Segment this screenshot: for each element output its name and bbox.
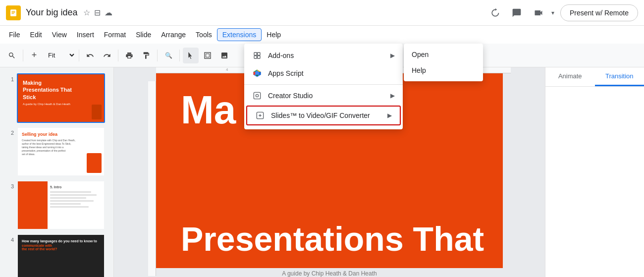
addons-icon [252,51,262,60]
slide-1-sub: A guide by Chip Heath & Dan Heath [23,103,99,106]
tab-animate[interactable]: Animate [545,67,595,86]
search-toolbar-btn[interactable] [4,48,20,63]
svg-rect-3 [11,13,14,13]
menu-arrange[interactable]: Arrange [156,29,191,41]
slide-item-4[interactable]: 4 How many languages do you need to know… [0,232,113,277]
svg-marker-13 [254,72,256,75]
menu-tools[interactable]: Tools [191,29,217,41]
slides-converter-arrow: ▶ [387,112,392,119]
comments-button[interactable] [508,4,526,22]
svg-marker-14 [259,72,261,75]
app-logo [6,5,21,20]
ext-apps-script-item[interactable]: Apps Script [244,64,403,82]
slide-thumbnail-2[interactable]: Selling your idea Created from template … [17,127,105,176]
svg-point-17 [256,94,258,97]
right-panel-tabs: Animate Transition [545,67,644,87]
menu-file[interactable]: File [4,29,25,41]
svg-rect-8 [254,56,257,58]
svg-rect-5 [206,54,210,57]
slide-number-4: 4 [4,234,14,243]
slide-number-1: 1 [4,73,14,82]
menu-insert[interactable]: Insert [72,29,99,41]
svg-rect-2 [11,12,15,12]
apps-script-icon [252,68,262,78]
apps-script-label: Apps Script [268,69,304,77]
svg-rect-16 [254,92,260,99]
camera-button[interactable] [530,4,547,22]
slide-2-image [87,153,102,173]
slide-thumbnail-1[interactable]: MakingPresentations ThatStick A guide by… [17,73,105,123]
tab-transition[interactable]: Transition [595,67,644,86]
menu-bar: File Edit View Insert Format Slide Arran… [0,26,644,44]
select-tool-btn[interactable] [183,48,199,63]
slides-converter-icon [255,111,265,120]
zoom-in-btn[interactable]: + [26,48,42,63]
separator-1 [23,50,23,61]
zoom-out-btn[interactable]: 🔍 [161,48,176,63]
separator-2 [79,50,79,61]
slide-panel: 1 MakingPresentations ThatStick A guide … [0,67,114,277]
menu-slide[interactable]: Slide [131,29,156,41]
slide-1-box [92,105,102,119]
slide-item-2[interactable]: 2 Selling your idea Created from templat… [0,125,113,178]
header-actions: ▾ Present w/ Remote [486,4,638,22]
ext-addons-item[interactable]: Add-ons ▶ [244,47,403,64]
creator-studio-label: Creator Studio [268,92,313,100]
canvas-presentations-text: Presentations That [181,220,484,258]
submenu-help[interactable]: Help [404,62,483,78]
slide-3-content: 5. Intro [50,185,102,209]
print-btn[interactable] [121,48,137,63]
svg-rect-7 [258,53,260,55]
ext-divider-1 [244,84,403,85]
present-remote-button[interactable]: Present w/ Remote [560,4,638,21]
slide-4-highlight: communicate withthe rest of the world? [22,244,100,251]
right-panel: Animate Transition [545,67,644,277]
title-bar: Your big idea ☆ ⊟ ☁ ▾ Present w/ Remote [0,0,644,26]
menu-edit[interactable]: Edit [25,29,47,41]
separator-4 [157,50,158,61]
frame-tool-btn[interactable] [200,48,215,63]
star-icon[interactable]: ☆ [83,8,90,17]
menu-extensions[interactable]: Extensions [217,28,262,41]
addons-arrow: ▶ [390,52,395,59]
creator-studio-arrow: ▶ [390,92,395,99]
submenu-open[interactable]: Open [404,47,483,62]
ext-slides-converter-item[interactable]: Slides™ to Video/GIF Converter ▶ [246,106,401,125]
menu-help[interactable]: Help [262,29,286,41]
folder-icon[interactable]: ⊟ [94,8,101,17]
undo-btn[interactable] [82,48,98,63]
slide-2-title: Selling your idea [22,132,100,137]
svg-rect-0 [10,9,16,16]
history-button[interactable] [486,4,504,22]
slide-number-2: 2 [4,127,14,136]
creator-studio-icon [252,91,262,101]
slide-3-orange-bar [18,181,48,229]
separator-5 [179,50,180,61]
canvas-text-ma: Ma [181,88,236,132]
menu-format[interactable]: Format [99,29,131,41]
menu-view[interactable]: View [47,29,72,41]
addons-label: Add-ons [268,52,294,59]
ruler-vertical [148,81,156,276]
svg-rect-4 [205,53,211,58]
slide-thumbnail-3[interactable]: 5. Intro [17,180,105,230]
cloud-icon[interactable]: ☁ [105,8,112,17]
slide-item-3[interactable]: 3 5. Intro [0,178,113,232]
ext-creator-studio-item[interactable]: Creator Studio ▶ [244,87,403,105]
slides-submenu: Open Help [404,44,483,81]
paint-format-btn[interactable] [138,48,154,63]
redo-btn[interactable] [99,48,115,63]
slide-1-title: MakingPresentations ThatStick [23,79,99,101]
slide-thumbnail-4[interactable]: How many languages do you need to know t… [17,234,105,277]
zoom-select[interactable]: Fit 50% 75% 100% 150% 200% [43,49,76,61]
image-tool-btn[interactable] [216,48,232,63]
separator-3 [118,50,118,61]
svg-rect-9 [258,56,260,58]
canvas-subtitle-hint: A guide by Chip Heath & Dan Heath [282,270,376,277]
extensions-dropdown: Add-ons ▶ Apps Script Creator Studio ▶ [244,44,403,129]
slides-converter-label: Slides™ to Video/GIF Converter [271,111,370,119]
svg-rect-6 [254,53,257,55]
slide-4-title: How many languages do you need to know t… [22,239,100,244]
document-title[interactable]: Your big idea [26,7,77,18]
slide-item-1[interactable]: 1 MakingPresentations ThatStick A guide … [0,71,113,125]
